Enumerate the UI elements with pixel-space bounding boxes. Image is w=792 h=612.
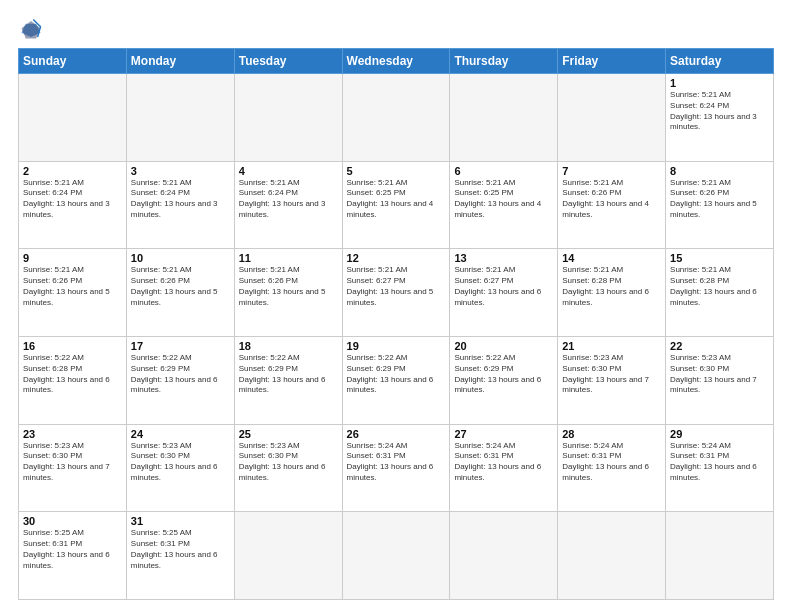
calendar-week-6: 30Sunrise: 5:25 AMSunset: 6:31 PMDayligh… [19, 512, 774, 600]
day-number: 4 [239, 165, 338, 177]
day-info: Sunrise: 5:24 AMSunset: 6:31 PMDaylight:… [562, 441, 661, 484]
day-number: 23 [23, 428, 122, 440]
calendar-cell [234, 512, 342, 600]
day-number: 22 [670, 340, 769, 352]
day-number: 27 [454, 428, 553, 440]
calendar-cell: 9Sunrise: 5:21 AMSunset: 6:26 PMDaylight… [19, 249, 127, 337]
calendar-week-5: 23Sunrise: 5:23 AMSunset: 6:30 PMDayligh… [19, 424, 774, 512]
day-info: Sunrise: 5:21 AMSunset: 6:28 PMDaylight:… [562, 265, 661, 308]
calendar-cell: 15Sunrise: 5:21 AMSunset: 6:28 PMDayligh… [666, 249, 774, 337]
calendar-cell: 30Sunrise: 5:25 AMSunset: 6:31 PMDayligh… [19, 512, 127, 600]
day-info: Sunrise: 5:23 AMSunset: 6:30 PMDaylight:… [239, 441, 338, 484]
calendar-header-row: SundayMondayTuesdayWednesdayThursdayFrid… [19, 49, 774, 74]
day-info: Sunrise: 5:21 AMSunset: 6:26 PMDaylight:… [23, 265, 122, 308]
day-info: Sunrise: 5:21 AMSunset: 6:26 PMDaylight:… [131, 265, 230, 308]
calendar-cell: 10Sunrise: 5:21 AMSunset: 6:26 PMDayligh… [126, 249, 234, 337]
day-info: Sunrise: 5:22 AMSunset: 6:29 PMDaylight:… [454, 353, 553, 396]
calendar-cell [558, 74, 666, 162]
day-number: 6 [454, 165, 553, 177]
day-number: 19 [347, 340, 446, 352]
day-number: 5 [347, 165, 446, 177]
calendar-page: SundayMondayTuesdayWednesdayThursdayFrid… [0, 0, 792, 612]
header [18, 18, 774, 40]
calendar-cell: 26Sunrise: 5:24 AMSunset: 6:31 PMDayligh… [342, 424, 450, 512]
day-number: 9 [23, 252, 122, 264]
calendar-cell: 20Sunrise: 5:22 AMSunset: 6:29 PMDayligh… [450, 336, 558, 424]
calendar-cell [666, 512, 774, 600]
day-info: Sunrise: 5:21 AMSunset: 6:27 PMDaylight:… [454, 265, 553, 308]
day-number: 16 [23, 340, 122, 352]
header-day-tuesday: Tuesday [234, 49, 342, 74]
day-number: 28 [562, 428, 661, 440]
day-info: Sunrise: 5:21 AMSunset: 6:26 PMDaylight:… [562, 178, 661, 221]
calendar-cell: 12Sunrise: 5:21 AMSunset: 6:27 PMDayligh… [342, 249, 450, 337]
day-info: Sunrise: 5:22 AMSunset: 6:29 PMDaylight:… [239, 353, 338, 396]
day-info: Sunrise: 5:22 AMSunset: 6:29 PMDaylight:… [347, 353, 446, 396]
day-number: 30 [23, 515, 122, 527]
calendar-cell: 29Sunrise: 5:24 AMSunset: 6:31 PMDayligh… [666, 424, 774, 512]
day-number: 25 [239, 428, 338, 440]
day-number: 7 [562, 165, 661, 177]
calendar-cell: 5Sunrise: 5:21 AMSunset: 6:25 PMDaylight… [342, 161, 450, 249]
calendar-cell [450, 512, 558, 600]
day-info: Sunrise: 5:21 AMSunset: 6:25 PMDaylight:… [454, 178, 553, 221]
day-info: Sunrise: 5:21 AMSunset: 6:26 PMDaylight:… [670, 178, 769, 221]
calendar-cell: 31Sunrise: 5:25 AMSunset: 6:31 PMDayligh… [126, 512, 234, 600]
calendar-cell: 11Sunrise: 5:21 AMSunset: 6:26 PMDayligh… [234, 249, 342, 337]
calendar-cell [342, 74, 450, 162]
day-info: Sunrise: 5:21 AMSunset: 6:24 PMDaylight:… [23, 178, 122, 221]
day-number: 2 [23, 165, 122, 177]
calendar-cell: 6Sunrise: 5:21 AMSunset: 6:25 PMDaylight… [450, 161, 558, 249]
calendar-cell [558, 512, 666, 600]
day-number: 10 [131, 252, 230, 264]
calendar-cell: 24Sunrise: 5:23 AMSunset: 6:30 PMDayligh… [126, 424, 234, 512]
calendar-cell: 1Sunrise: 5:21 AMSunset: 6:24 PMDaylight… [666, 74, 774, 162]
day-info: Sunrise: 5:21 AMSunset: 6:24 PMDaylight:… [670, 90, 769, 133]
day-info: Sunrise: 5:23 AMSunset: 6:30 PMDaylight:… [131, 441, 230, 484]
calendar-cell: 7Sunrise: 5:21 AMSunset: 6:26 PMDaylight… [558, 161, 666, 249]
day-info: Sunrise: 5:24 AMSunset: 6:31 PMDaylight:… [670, 441, 769, 484]
day-info: Sunrise: 5:21 AMSunset: 6:28 PMDaylight:… [670, 265, 769, 308]
calendar-cell: 23Sunrise: 5:23 AMSunset: 6:30 PMDayligh… [19, 424, 127, 512]
day-number: 31 [131, 515, 230, 527]
day-number: 29 [670, 428, 769, 440]
calendar-cell: 22Sunrise: 5:23 AMSunset: 6:30 PMDayligh… [666, 336, 774, 424]
day-number: 14 [562, 252, 661, 264]
day-number: 15 [670, 252, 769, 264]
day-info: Sunrise: 5:25 AMSunset: 6:31 PMDaylight:… [131, 528, 230, 571]
calendar-cell: 25Sunrise: 5:23 AMSunset: 6:30 PMDayligh… [234, 424, 342, 512]
calendar-week-1: 1Sunrise: 5:21 AMSunset: 6:24 PMDaylight… [19, 74, 774, 162]
calendar-cell [450, 74, 558, 162]
calendar-cell: 28Sunrise: 5:24 AMSunset: 6:31 PMDayligh… [558, 424, 666, 512]
header-day-thursday: Thursday [450, 49, 558, 74]
calendar-week-4: 16Sunrise: 5:22 AMSunset: 6:28 PMDayligh… [19, 336, 774, 424]
calendar-week-3: 9Sunrise: 5:21 AMSunset: 6:26 PMDaylight… [19, 249, 774, 337]
day-number: 11 [239, 252, 338, 264]
calendar-cell: 17Sunrise: 5:22 AMSunset: 6:29 PMDayligh… [126, 336, 234, 424]
calendar-cell: 27Sunrise: 5:24 AMSunset: 6:31 PMDayligh… [450, 424, 558, 512]
calendar-week-2: 2Sunrise: 5:21 AMSunset: 6:24 PMDaylight… [19, 161, 774, 249]
logo [18, 18, 42, 40]
calendar-cell: 8Sunrise: 5:21 AMSunset: 6:26 PMDaylight… [666, 161, 774, 249]
calendar-cell: 13Sunrise: 5:21 AMSunset: 6:27 PMDayligh… [450, 249, 558, 337]
day-number: 18 [239, 340, 338, 352]
day-info: Sunrise: 5:23 AMSunset: 6:30 PMDaylight:… [670, 353, 769, 396]
day-info: Sunrise: 5:25 AMSunset: 6:31 PMDaylight:… [23, 528, 122, 571]
day-info: Sunrise: 5:21 AMSunset: 6:25 PMDaylight:… [347, 178, 446, 221]
header-day-wednesday: Wednesday [342, 49, 450, 74]
day-info: Sunrise: 5:22 AMSunset: 6:28 PMDaylight:… [23, 353, 122, 396]
calendar-cell: 4Sunrise: 5:21 AMSunset: 6:24 PMDaylight… [234, 161, 342, 249]
header-day-monday: Monday [126, 49, 234, 74]
day-info: Sunrise: 5:23 AMSunset: 6:30 PMDaylight:… [562, 353, 661, 396]
day-number: 12 [347, 252, 446, 264]
calendar-cell [342, 512, 450, 600]
day-info: Sunrise: 5:22 AMSunset: 6:29 PMDaylight:… [131, 353, 230, 396]
header-day-saturday: Saturday [666, 49, 774, 74]
calendar-cell [126, 74, 234, 162]
day-number: 13 [454, 252, 553, 264]
day-info: Sunrise: 5:21 AMSunset: 6:27 PMDaylight:… [347, 265, 446, 308]
day-number: 21 [562, 340, 661, 352]
calendar-cell: 18Sunrise: 5:22 AMSunset: 6:29 PMDayligh… [234, 336, 342, 424]
day-info: Sunrise: 5:21 AMSunset: 6:24 PMDaylight:… [131, 178, 230, 221]
header-day-friday: Friday [558, 49, 666, 74]
